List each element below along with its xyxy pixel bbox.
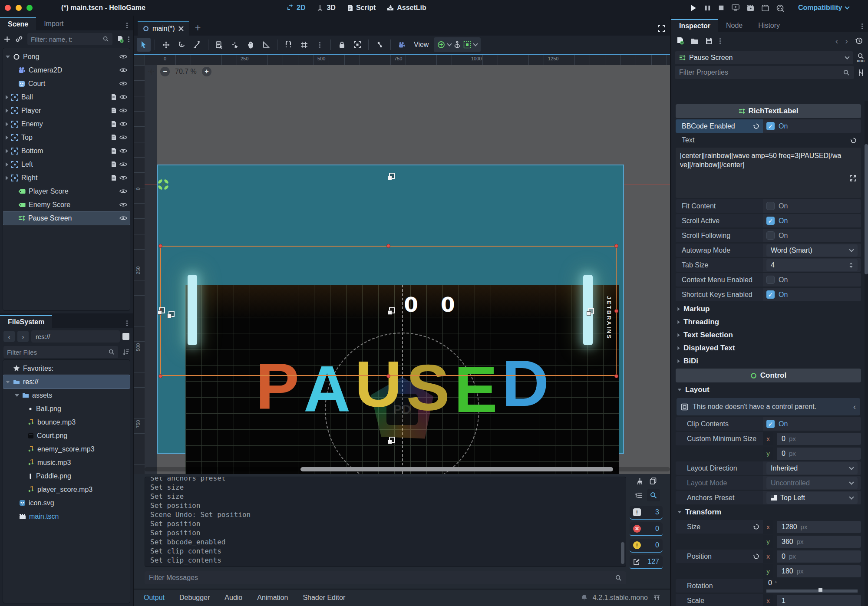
- file-enemy-score-mp3[interactable]: enemy_score.mp3: [3, 442, 130, 456]
- sort-icon[interactable]: [122, 349, 129, 356]
- property-fit-content[interactable]: Fit Content On: [676, 199, 861, 213]
- move-tool-button[interactable]: [159, 38, 173, 52]
- scene-node-ball[interactable]: Ball: [3, 90, 130, 104]
- anchor-gizmo-right[interactable]: [587, 308, 594, 316]
- position-x-field[interactable]: 0px: [777, 550, 861, 563]
- anchor-gizmo-left2[interactable]: [167, 311, 175, 318]
- collapse-icon[interactable]: [6, 56, 10, 58]
- container-sizing-icon[interactable]: [463, 41, 471, 49]
- property-custom-minimum-size-y[interactable]: y 0px: [676, 447, 861, 460]
- scene-node-enemy-score[interactable]: Enemy Score: [3, 198, 130, 211]
- collapse-banner-icon[interactable]: ‹: [853, 402, 856, 412]
- zoom-level[interactable]: 70.7 %: [175, 68, 197, 76]
- scene-node-pause-screen[interactable]: Pause Screen: [3, 211, 130, 225]
- object-history-icon[interactable]: [855, 37, 863, 45]
- close-icon[interactable]: [178, 26, 184, 31]
- load-resource-icon[interactable]: [691, 38, 699, 44]
- filter-properties-input[interactable]: Filter Properties: [675, 66, 854, 79]
- visibility-eye-icon[interactable]: [119, 121, 127, 127]
- select-list-button[interactable]: [212, 38, 226, 52]
- scene-node-camera2d[interactable]: Camera2D: [3, 63, 130, 77]
- handle-right-mid[interactable]: [614, 309, 618, 313]
- tab-output[interactable]: Output: [144, 594, 165, 602]
- panel-menu-icon[interactable]: [126, 25, 128, 26]
- script-badge-icon[interactable]: [111, 107, 116, 114]
- expand-icon[interactable]: [6, 176, 8, 180]
- expand-icon[interactable]: [6, 122, 8, 126]
- revert-icon[interactable]: [753, 123, 759, 129]
- custom-min-y-field[interactable]: 0px: [777, 448, 861, 460]
- panel-menu-icon[interactable]: [126, 323, 128, 324]
- play-movie-button[interactable]: [747, 4, 754, 11]
- pause-button[interactable]: [704, 5, 711, 11]
- new-scene-tab-button[interactable]: +: [195, 22, 201, 34]
- chevron-down-icon[interactable]: [447, 41, 452, 46]
- canvas-hscrollbar[interactable]: [145, 467, 670, 471]
- stop-button[interactable]: [718, 5, 724, 11]
- movie-maker-button[interactable]: [776, 4, 784, 12]
- file-court-png[interactable]: Court.png: [3, 429, 130, 442]
- inspector-scrollbar[interactable]: [865, 101, 868, 606]
- property-autowrap-mode[interactable]: Autowrap Mode Word (Smart): [676, 244, 861, 257]
- open-docs-icon[interactable]: DOC: [857, 53, 865, 63]
- minimize-window-button[interactable]: [16, 5, 22, 11]
- canvas-world[interactable]: 0 0 PD P A U S E D JETBRAINS JETBRAINS: [145, 65, 670, 474]
- anchors-preset-dropdown[interactable]: Top Left: [766, 492, 858, 504]
- scene-node-bottom[interactable]: Bottom: [3, 144, 130, 158]
- script-badge-icon[interactable]: [111, 161, 116, 168]
- tab-debugger[interactable]: Debugger: [179, 594, 210, 602]
- smart-snap-button[interactable]: [281, 38, 295, 52]
- property-scale-x[interactable]: Scale x 1: [676, 594, 861, 606]
- scene-menu-icon[interactable]: [128, 39, 129, 40]
- tab-audio[interactable]: Audio: [224, 594, 242, 602]
- anchor-gizmo-bottom[interactable]: [388, 437, 395, 444]
- assets-folder-item[interactable]: assets: [3, 389, 130, 402]
- node-origin-gizmo[interactable]: [156, 178, 170, 191]
- edit-count-badge[interactable]: 127: [630, 555, 663, 569]
- zoom-in-button[interactable]: +: [202, 67, 211, 76]
- file-paddle-png[interactable]: Paddle.png: [3, 469, 130, 483]
- scene-filter-input[interactable]: Filter: name, t:: [27, 33, 112, 45]
- file-bounce-mp3[interactable]: bounce.mp3: [3, 415, 130, 429]
- script-badge-icon[interactable]: [111, 94, 116, 100]
- expand-icon[interactable]: [6, 109, 8, 113]
- save-resource-icon[interactable]: [706, 37, 713, 44]
- visibility-eye-icon[interactable]: [119, 67, 127, 73]
- collapse-duplicates-icon[interactable]: [632, 489, 645, 501]
- tab-scene[interactable]: Scene: [0, 17, 36, 30]
- custom-min-x-field[interactable]: 0px: [777, 433, 861, 445]
- tab-history[interactable]: History: [750, 19, 788, 32]
- property-anchors-preset[interactable]: Anchors Preset Top Left: [676, 491, 861, 504]
- group-displayed-text[interactable]: Displayed Text: [673, 342, 864, 355]
- property-scroll-active[interactable]: Scroll Active ✓On: [676, 214, 861, 227]
- handle-bottom-right[interactable]: [614, 374, 618, 378]
- renderer-selector[interactable]: Compatibility: [798, 4, 849, 12]
- property-size-y[interactable]: y 360px: [676, 535, 861, 548]
- scrollbar-thumb[interactable]: [300, 467, 613, 471]
- group-text-selection[interactable]: Text Selection: [673, 329, 864, 342]
- collapse-icon[interactable]: [6, 381, 10, 383]
- view-menu-button[interactable]: View: [410, 41, 432, 49]
- anchor-gizmo-center[interactable]: [388, 307, 395, 315]
- version-label[interactable]: 4.2.1.stable.mono: [593, 594, 648, 602]
- pan-tool-button[interactable]: [244, 38, 257, 52]
- scene-node-court[interactable]: Court: [3, 77, 130, 90]
- property-layout-mode[interactable]: Layout Mode Uncontrolled: [676, 476, 861, 490]
- scene-node-right[interactable]: Right: [3, 171, 130, 184]
- distraction-free-icon[interactable]: [658, 25, 665, 32]
- expand-icon[interactable]: [6, 149, 8, 153]
- visibility-eye-icon[interactable]: [119, 81, 127, 86]
- grid-snap-button[interactable]: [297, 38, 311, 52]
- expand-icon[interactable]: [6, 95, 8, 99]
- panel-menu-icon[interactable]: [861, 26, 863, 27]
- tab-assetlib[interactable]: AssetLib: [387, 4, 426, 12]
- revert-icon[interactable]: [753, 553, 759, 560]
- tab-size-spinner[interactable]: 4: [766, 259, 858, 271]
- script-badge-icon[interactable]: [111, 175, 116, 181]
- property-position-y[interactable]: y 180px: [676, 564, 861, 578]
- play-button[interactable]: [690, 4, 697, 12]
- message-count-badge[interactable]: ! 3: [630, 506, 663, 520]
- file-icon-svg[interactable]: icon.svg: [3, 496, 130, 510]
- pivot-tool-button[interactable]: [228, 38, 242, 52]
- add-node-button[interactable]: [3, 36, 11, 43]
